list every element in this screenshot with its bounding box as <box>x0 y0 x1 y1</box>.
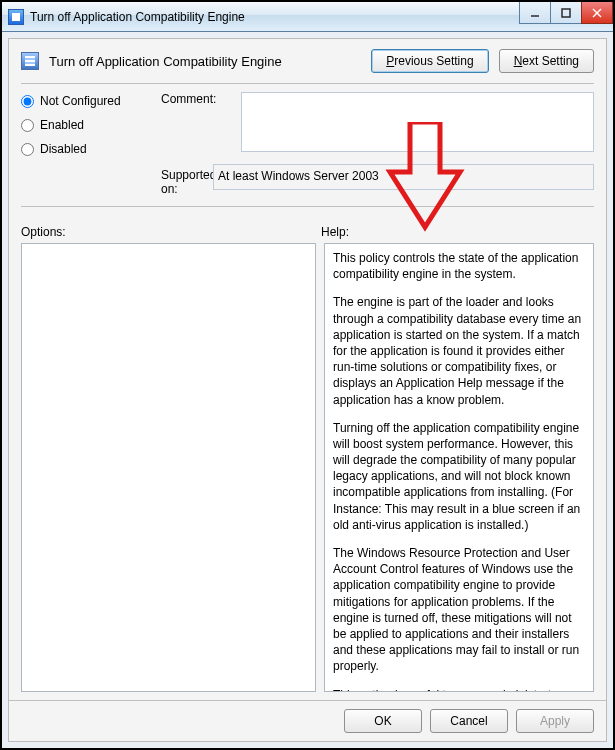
radio-enabled[interactable]: Enabled <box>21 118 161 132</box>
comment-label: Comment: <box>161 92 241 106</box>
apply-button[interactable]: Apply <box>516 709 594 733</box>
radio-not-configured-input[interactable] <box>21 95 34 108</box>
window-controls <box>520 2 613 31</box>
radio-enabled-label: Enabled <box>40 118 84 132</box>
next-setting-button[interactable]: Next Setting <box>499 49 594 73</box>
state-radio-group: Not Configured Enabled Disabled <box>21 92 161 156</box>
help-label: Help: <box>321 225 594 239</box>
maximize-button[interactable] <box>550 2 582 24</box>
options-label: Options: <box>21 225 321 239</box>
radio-not-configured[interactable]: Not Configured <box>21 94 161 108</box>
policy-title: Turn off Application Compatibility Engin… <box>49 54 361 69</box>
svg-rect-1 <box>562 9 570 17</box>
help-paragraph: The engine is part of the loader and loo… <box>333 294 585 407</box>
help-paragraph: The Windows Resource Protection and User… <box>333 545 585 675</box>
radio-not-configured-label: Not Configured <box>40 94 121 108</box>
radio-disabled-label: Disabled <box>40 142 87 156</box>
divider <box>21 83 594 84</box>
help-paragraph: This policy controls the state of the ap… <box>333 250 585 282</box>
policy-icon <box>21 52 39 70</box>
help-paragraph: Turning off the application compatibilit… <box>333 420 585 533</box>
radio-enabled-input[interactable] <box>21 119 34 132</box>
policy-header: Turn off Application Compatibility Engin… <box>9 39 606 79</box>
app-icon <box>8 9 24 25</box>
comment-textarea[interactable] <box>241 92 594 152</box>
minimize-button[interactable] <box>519 2 551 24</box>
panel-labels: Options: Help: <box>9 215 606 243</box>
ok-button[interactable]: OK <box>344 709 422 733</box>
divider-2 <box>21 206 594 207</box>
radio-disabled[interactable]: Disabled <box>21 142 161 156</box>
cancel-button[interactable]: Cancel <box>430 709 508 733</box>
dialog-button-bar: OK Cancel Apply <box>9 700 606 741</box>
settings-grid: Not Configured Enabled Disabled Comment:… <box>9 92 606 196</box>
help-paragraph: This option is useful to server administ… <box>333 687 585 693</box>
supported-on-label: Supported on: <box>161 164 213 196</box>
panels-row: This policy controls the state of the ap… <box>9 243 606 700</box>
window-title: Turn off Application Compatibility Engin… <box>30 10 520 24</box>
close-button[interactable] <box>581 2 613 24</box>
options-panel <box>21 243 316 692</box>
radio-disabled-input[interactable] <box>21 143 34 156</box>
supported-on-value: At least Windows Server 2003 <box>213 164 594 190</box>
window-title-bar: Turn off Application Compatibility Engin… <box>2 2 613 32</box>
help-panel[interactable]: This policy controls the state of the ap… <box>324 243 594 692</box>
previous-setting-button[interactable]: Previous Setting <box>371 49 488 73</box>
